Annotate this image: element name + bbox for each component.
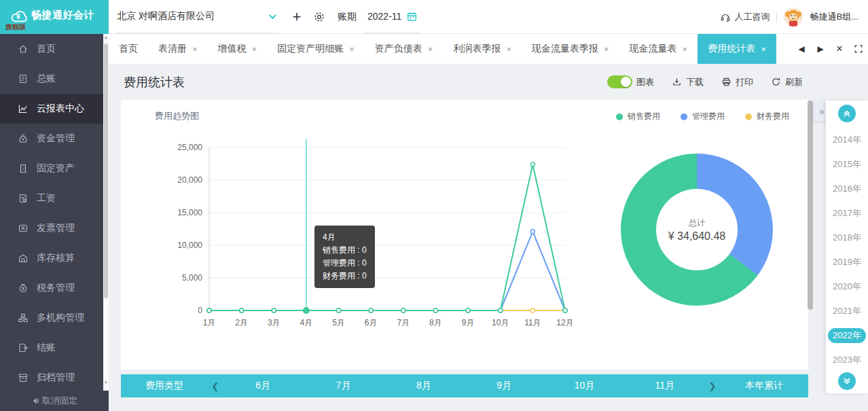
legend-dot-icon: [681, 113, 687, 120]
legend-item[interactable]: 管理费用: [681, 111, 725, 122]
sidebar-item-2[interactable]: 总账: [0, 64, 109, 94]
year-item[interactable]: 2021年: [833, 299, 861, 323]
year-item[interactable]: 2020年: [833, 274, 861, 299]
double-chevron-up-icon: [842, 109, 852, 118]
sidebar-item-12[interactable]: 归档管理: [0, 363, 109, 393]
fullscreen-button[interactable]: [849, 34, 868, 64]
years-scroll-down-button[interactable]: [838, 372, 856, 390]
tab-close-icon[interactable]: ×: [252, 44, 257, 54]
tab-scroll-left-button[interactable]: ◀: [792, 34, 811, 64]
download-button[interactable]: 下载: [672, 76, 704, 88]
chart-toggle-label: 图表: [636, 76, 654, 88]
sidebar-item-11[interactable]: 结账: [0, 333, 109, 363]
svg-text:¥: ¥: [16, 12, 20, 20]
sidebar-scrollbar[interactable]: ▲ ▼: [103, 34, 109, 391]
calendar-icon: [406, 11, 418, 22]
tab-3[interactable]: 增值税×: [208, 34, 268, 64]
print-button[interactable]: 打印: [721, 76, 753, 88]
year-item[interactable]: 2019年: [833, 250, 861, 274]
donut-total-label: 总计: [689, 217, 705, 229]
close-all-tabs-button[interactable]: ×: [830, 34, 849, 64]
expense-trend-line-chart[interactable]: 05,00010,00015,00020,00025,0001月2月3月4月5月…: [134, 127, 610, 338]
tab-close-icon[interactable]: ×: [683, 44, 688, 54]
expense-type-label[interactable]: 费用类型: [121, 380, 208, 392]
page-title: 费用统计表: [124, 74, 185, 90]
month-column[interactable]: 9月: [464, 380, 544, 392]
refresh-button[interactable]: 刷新: [771, 76, 803, 88]
org-icon: [18, 312, 29, 323]
legend-dot-icon: [745, 113, 752, 120]
sidebar-item-label: 发票管理: [37, 222, 75, 234]
month-column[interactable]: 11月: [625, 380, 705, 392]
months-next-icon[interactable]: ❯: [705, 381, 720, 391]
year-total-button[interactable]: 本年累计: [720, 380, 808, 392]
year-item[interactable]: 2023年: [833, 348, 861, 372]
legend-item[interactable]: 财务费用: [745, 111, 789, 122]
legend-item[interactable]: 销售费用: [616, 111, 660, 122]
year-item[interactable]: 2022年: [828, 328, 866, 343]
x-axis-tick: 12月: [556, 318, 573, 327]
month-column[interactable]: 6月: [223, 380, 303, 392]
tab-close-icon[interactable]: ×: [604, 44, 609, 54]
tab-7[interactable]: 现金流量表季报×: [522, 34, 619, 64]
month-column[interactable]: 10月: [544, 380, 624, 392]
years-scroll-up-button[interactable]: [838, 105, 856, 122]
months-prev-icon[interactable]: ❮: [208, 381, 223, 391]
sidebar-item-8[interactable]: 库存核算: [0, 243, 109, 273]
year-item[interactable]: 2016年: [833, 177, 861, 201]
tab-6[interactable]: 利润表季报×: [443, 34, 522, 64]
content-scrollbar[interactable]: [808, 101, 813, 393]
unpin-sidebar-button[interactable]: 取消固定: [0, 391, 109, 411]
period-field[interactable]: 2022-11: [365, 0, 420, 33]
unpin-icon: [31, 396, 41, 406]
sidebar-item-5[interactable]: 固定资产: [0, 154, 109, 183]
user-name[interactable]: 畅捷通B组...: [810, 11, 858, 23]
company-selector[interactable]: 北京 对啊酒店有限公司: [117, 0, 278, 33]
tab-2[interactable]: 表清册×: [148, 34, 208, 64]
year-item[interactable]: 2018年: [833, 226, 861, 250]
tab-close-icon[interactable]: ×: [428, 44, 433, 54]
main-content: 费用统计表 图表 下载 打印 刷新 费用趋势图 销售费用管理费用财务费用: [109, 64, 868, 411]
month-column[interactable]: 8月: [384, 380, 464, 392]
user-avatar[interactable]: [784, 7, 803, 26]
scroll-down-icon[interactable]: ▼: [103, 380, 109, 385]
y-axis-tick: 5,000: [182, 273, 202, 283]
inventory-icon: [18, 253, 29, 264]
period-label: 账期: [338, 0, 357, 33]
sidebar-scroll-thumb[interactable]: [104, 43, 108, 298]
year-item[interactable]: 2017年: [833, 201, 861, 226]
scroll-up-icon[interactable]: ▲: [103, 35, 109, 39]
y-axis-tick: 15,000: [177, 208, 202, 217]
tab-1[interactable]: 首页: [109, 34, 148, 64]
chart-toggle[interactable]: 图表: [607, 75, 654, 88]
sidebar-item-7[interactable]: 发票管理: [0, 213, 109, 243]
sidebar-item-1[interactable]: 首页: [0, 34, 109, 64]
tab-close-icon[interactable]: ×: [761, 44, 766, 54]
sidebar-item-9[interactable]: 税务管理: [0, 273, 109, 303]
tab-4[interactable]: 固定资产明细账×: [267, 34, 365, 64]
tab-scroll-right-button[interactable]: ▶: [811, 34, 830, 64]
chart-toggle-switch[interactable]: [607, 75, 632, 88]
month-column[interactable]: 7月: [303, 380, 383, 392]
content-scroll-thumb[interactable]: [808, 101, 813, 310]
tab-9[interactable]: 费用统计表×: [698, 34, 776, 64]
download-icon: [672, 77, 682, 87]
settings-button[interactable]: [309, 0, 329, 33]
tab-8[interactable]: 现金流量表×: [619, 34, 698, 64]
sidebar-item-3[interactable]: 云报表中心: [0, 94, 109, 124]
expense-donut-chart[interactable]: 总计 ¥ 34,640.48: [621, 154, 773, 306]
headset-icon: [720, 12, 731, 22]
tab-close-icon[interactable]: ×: [349, 44, 355, 54]
archive-icon: [18, 372, 29, 383]
year-item[interactable]: 2014年: [833, 128, 861, 152]
sidebar-item-10[interactable]: 多机构管理: [0, 303, 109, 333]
sidebar-item-4[interactable]: 资金管理: [0, 124, 109, 154]
tab-close-icon[interactable]: ×: [506, 44, 511, 54]
invoice-icon: [18, 223, 29, 234]
add-company-button[interactable]: +: [287, 0, 307, 33]
year-item[interactable]: 2015年: [833, 152, 861, 177]
sidebar-item-6[interactable]: 工资: [0, 183, 109, 213]
support-link[interactable]: 人工咨询: [720, 11, 770, 23]
tab-close-icon[interactable]: ×: [192, 44, 198, 54]
tab-5[interactable]: 资产负债表×: [365, 34, 444, 64]
